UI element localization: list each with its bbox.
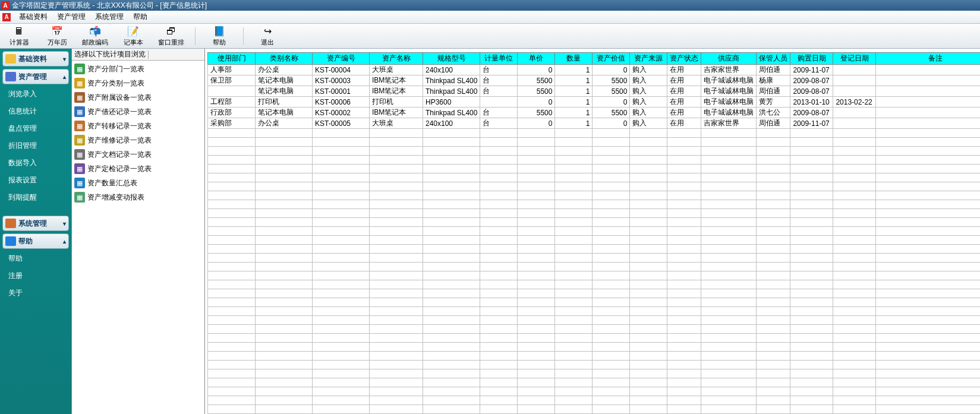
nav-item-3-1[interactable]: 注册 — [0, 267, 71, 285]
cell: 保卫部 — [208, 75, 256, 86]
nav-group-label: 帮助 — [18, 236, 33, 246]
toolbar-notepad-button[interactable]: 📝记事本 — [119, 26, 147, 47]
report-item-icon: ▦ — [74, 135, 85, 146]
col-header-7[interactable]: 数量 — [555, 53, 593, 65]
nav-item-1-6[interactable]: 到期提醒 — [0, 189, 71, 206]
mail-icon: 📬 — [89, 26, 101, 37]
col-header-9[interactable]: 资产来源 — [630, 53, 667, 65]
cell: 5500 — [593, 108, 630, 118]
cell: IBM笔记本 — [370, 108, 423, 118]
col-header-8[interactable]: 资产价值 — [593, 53, 630, 65]
report-item-label: 资产附属设备一览表 — [87, 93, 152, 103]
nav-group-3[interactable]: 帮助▴ — [2, 233, 69, 249]
cell: 笔记本电脑 — [256, 86, 313, 97]
toolbar-help-button[interactable]: 📘帮助 — [205, 26, 234, 47]
cell: 5500 — [518, 75, 555, 86]
report-item-5[interactable]: ▦资产维修记录一览表 — [73, 133, 203, 147]
nav-group-label: 基础资料 — [18, 54, 47, 64]
col-header-13[interactable]: 购置日期 — [790, 53, 833, 65]
data-grid: 使用部门类别名称资产编号资产名称规格型号计量单位单价数量资产价值资产来源资产状态… — [207, 52, 980, 414]
toolbar-exit-button[interactable]: ↪退出 — [253, 26, 282, 47]
col-header-4[interactable]: 规格型号 — [423, 53, 480, 65]
report-item-2[interactable]: ▦资产附属设备一览表 — [73, 90, 203, 105]
col-header-1[interactable]: 类别名称 — [256, 53, 313, 65]
col-header-6[interactable]: 单价 — [518, 53, 555, 65]
col-header-12[interactable]: 保管人员 — [757, 53, 790, 65]
report-item-0[interactable]: ▦资产分部门一览表 — [73, 62, 203, 76]
nav-item-1-0[interactable]: 浏览录入 — [0, 86, 71, 103]
cell: 电子城诚林电脑 — [701, 108, 757, 118]
cell: 0 — [518, 97, 555, 108]
cell: 2009-08-07 — [790, 75, 833, 86]
nav-item-3-0[interactable]: 帮助 — [0, 250, 71, 267]
nav-item-1-3[interactable]: 折旧管理 — [0, 137, 71, 154]
left-nav: 基础资料▾资产管理▴浏览录入信息统计盘点管理折旧管理数据导入报表设置到期提醒系统… — [0, 49, 71, 414]
table-row[interactable]: 人事部办公桌KST-00004大班桌240x100台010购入在用吉家家世界周伯… — [208, 65, 981, 75]
cell: 笔记本电脑 — [256, 75, 313, 86]
toolbar-windows-button[interactable]: 🗗窗口重排 — [157, 26, 185, 47]
nav-item-3-2[interactable]: 关于 — [0, 285, 71, 302]
cell: 电子城诚林电脑 — [701, 75, 757, 86]
toolbar-calculator-button[interactable]: 🖩计算器 — [5, 26, 33, 47]
cell: 在用 — [667, 97, 701, 108]
report-item-1[interactable]: ▦资产分类别一览表 — [73, 76, 203, 90]
toolbar-separator — [243, 27, 244, 45]
table-row[interactable]: 行政部笔记本电脑KST-00002IBM笔记本Thinkpad SL400台55… — [208, 108, 981, 118]
report-item-8[interactable]: ▦资产数量汇总表 — [73, 176, 203, 190]
table-row-empty — [208, 173, 981, 182]
chevron-icon: ▾ — [63, 56, 66, 62]
nav-item-1-4[interactable]: 数据导入 — [0, 154, 71, 172]
table-row-empty — [208, 236, 981, 245]
table-row-empty — [208, 369, 981, 378]
toolbar-calendar-button[interactable]: 📅万年历 — [43, 26, 71, 47]
report-item-3[interactable]: ▦资产借还记录一览表 — [73, 105, 203, 119]
nav-group-0[interactable]: 基础资料▾ — [2, 51, 69, 67]
table-row[interactable]: 工程部打印机KST-00006打印机HP3600010购入在用电子城诚林电脑黄芳… — [208, 97, 981, 108]
nav-group-2[interactable]: 系统管理▾ — [2, 216, 69, 231]
cell: KST-00002 — [313, 108, 370, 118]
cell — [833, 118, 876, 129]
report-item-6[interactable]: ▦资产文档记录一览表 — [73, 147, 203, 162]
col-header-3[interactable]: 资产名称 — [370, 53, 423, 65]
cell: 2013-02-22 — [833, 97, 876, 108]
menu-item-0[interactable]: 基础资料 — [14, 11, 52, 22]
cell: 打印机 — [256, 97, 313, 108]
report-list-title: 选择以下统计项目浏览 — [72, 49, 204, 61]
cell — [876, 75, 980, 86]
cell — [833, 65, 876, 75]
help-icon: 📘 — [213, 26, 225, 37]
col-header-14[interactable]: 登记日期 — [833, 53, 876, 65]
menu-item-1[interactable]: 资产管理 — [52, 11, 90, 22]
nav-item-1-2[interactable]: 盘点管理 — [0, 120, 71, 137]
table-row[interactable]: 采购部办公桌KST-00005大班桌240x100台010购入在用吉家家世界周伯… — [208, 118, 981, 129]
cell: 5500 — [518, 86, 555, 97]
cell: 购入 — [630, 65, 667, 75]
col-header-11[interactable]: 供应商 — [701, 53, 757, 65]
table-row[interactable]: 笔记本电脑KST-00001IBM笔记本Thinkpad SL400台55001… — [208, 86, 981, 97]
cell: 0 — [518, 118, 555, 129]
cell: 购入 — [630, 108, 667, 118]
report-item-7[interactable]: ▦资产定检记录一览表 — [73, 162, 203, 176]
col-header-10[interactable]: 资产状态 — [667, 53, 701, 65]
cell: KST-00004 — [313, 65, 370, 75]
nav-group-1[interactable]: 资产管理▴ — [2, 69, 69, 84]
report-item-label: 资产借还记录一览表 — [87, 107, 152, 117]
col-header-0[interactable]: 使用部门 — [208, 53, 256, 65]
nav-group-label: 系统管理 — [18, 219, 47, 229]
col-header-5[interactable]: 计量单位 — [480, 53, 518, 65]
menu-item-3[interactable]: 帮助 — [128, 11, 152, 22]
cell: 办公桌 — [256, 65, 313, 75]
nav-item-1-5[interactable]: 报表设置 — [0, 172, 71, 189]
col-header-2[interactable]: 资产编号 — [313, 53, 370, 65]
toolbar-mail-button[interactable]: 📬邮政编码 — [81, 26, 109, 47]
cell: 2013-01-10 — [790, 97, 833, 108]
table-row-empty — [208, 361, 981, 369]
report-item-9[interactable]: ▦资产增减变动报表 — [73, 190, 203, 204]
col-header-15[interactable]: 备注 — [876, 53, 980, 65]
nav-item-1-1[interactable]: 信息统计 — [0, 103, 71, 120]
cell — [876, 65, 980, 75]
table-row-empty — [208, 343, 981, 352]
menu-item-2[interactable]: 系统管理 — [90, 11, 128, 22]
report-item-4[interactable]: ▦资产转移记录一览表 — [73, 119, 203, 133]
table-row[interactable]: 保卫部笔记本电脑KST-00003IBM笔记本Thinkpad SL400台55… — [208, 75, 981, 86]
